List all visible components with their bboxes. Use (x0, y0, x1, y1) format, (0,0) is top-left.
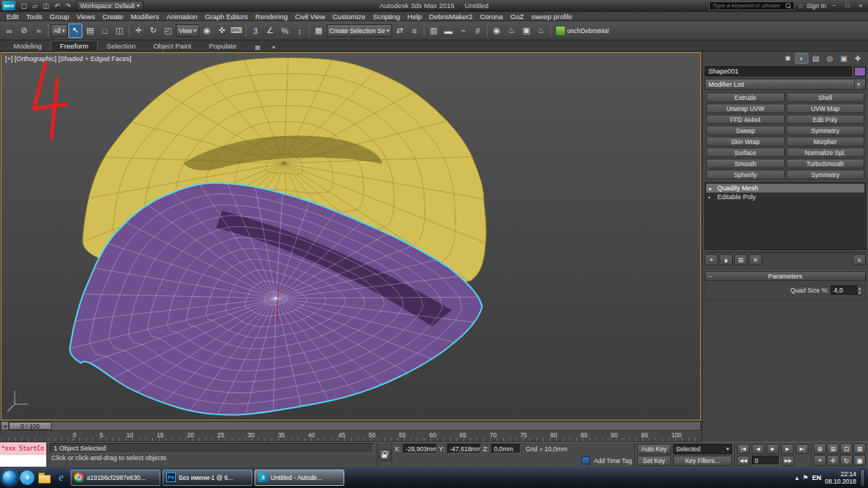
language-indicator[interactable]: EN (812, 474, 822, 481)
modifier-button-skin-wrap[interactable]: Skin Wrap (706, 137, 785, 146)
previous-key-icon[interactable]: ◀◀ (737, 456, 750, 466)
reference-coordinate-dropdown[interactable]: View ▾ (176, 24, 199, 37)
tab-modeling[interactable]: Modeling (4, 41, 51, 51)
modifier-list-dropdown[interactable]: Modifier List ▾ (705, 79, 866, 90)
menu-help[interactable]: Help (404, 12, 426, 21)
zoom-icon[interactable]: ⊕ (814, 443, 826, 454)
named-selection-sets-icon[interactable]: ▦ (312, 24, 326, 38)
time-slider[interactable]: ◂ 0 / 100 (1, 421, 701, 431)
help-search[interactable] (709, 1, 794, 10)
menu-create[interactable]: Create (99, 12, 127, 21)
add-time-tag[interactable]: Add Time Tag (594, 457, 632, 464)
select-and-link-icon[interactable]: ∞ (2, 24, 16, 38)
quad-size-value[interactable]: 4,0 (830, 285, 857, 295)
lock-selection-button[interactable] (379, 449, 391, 461)
next-frame-icon[interactable]: ▶ (781, 444, 794, 454)
unlink-selection-icon[interactable]: ⊘ (17, 24, 31, 38)
x-coordinate-field[interactable]: -29,903mm (403, 444, 437, 453)
collapse-rollout-icon[interactable]: − (708, 273, 712, 280)
menu-goz[interactable]: GoZ (507, 12, 527, 21)
workspace-dropdown[interactable]: Workspace: Default ▾ (77, 1, 143, 10)
show-hidden-icons[interactable]: ▴ (795, 474, 799, 481)
modifier-button-uvw-map[interactable]: UVW Map (786, 104, 865, 113)
launch-debrismaker-button[interactable]: unchDebrisMal (553, 24, 611, 38)
menu-tools[interactable]: Tools (22, 12, 46, 21)
go-to-end-icon[interactable]: ▶| (796, 444, 808, 454)
select-object-icon[interactable]: ↖ (68, 24, 82, 38)
use-pivot-center-icon[interactable]: ◉ (200, 24, 214, 38)
named-selection-set-dropdown[interactable]: Create Selection Se ▾ (327, 24, 392, 37)
select-and-move-icon[interactable]: ✛ (132, 24, 146, 38)
sign-in-button[interactable]: Sign In (807, 2, 826, 10)
tab-freeform[interactable]: Freeform (51, 40, 99, 51)
time-slider-handle[interactable]: 0 / 100 (9, 422, 51, 430)
pan-icon[interactable]: ✛ (827, 455, 839, 466)
rectangular-selection-region-icon[interactable]: □ (98, 24, 112, 38)
tab-object-paint[interactable]: Object Paint (144, 41, 200, 51)
menu-modifiers[interactable]: Modifiers (127, 12, 163, 21)
help-search-input[interactable] (712, 2, 786, 9)
menu-civil-view[interactable]: Civil View (291, 12, 329, 21)
curve-editor-icon[interactable]: ~ (456, 24, 470, 38)
percent-snap-icon[interactable]: % (278, 24, 292, 38)
redo-icon[interactable]: ↷ (63, 1, 74, 10)
ribbon-collapse-icon[interactable]: ▾ (270, 44, 277, 51)
modify-tab-icon[interactable]: ◐ (795, 53, 808, 64)
spin-down-icon[interactable]: ▾ (858, 290, 861, 295)
search-icon[interactable] (786, 3, 791, 9)
play-icon[interactable]: ▶ (766, 444, 779, 454)
spinner-arrows[interactable]: ▴ ▾ (857, 285, 862, 295)
minimize-button[interactable]: − (829, 1, 839, 10)
menu-animation[interactable]: Animation (163, 12, 201, 21)
open-file-icon[interactable]: ▱ (29, 1, 40, 10)
tab-selection[interactable]: Selection (98, 41, 144, 51)
spinner-snap-icon[interactable]: ↕ (293, 24, 307, 38)
layer-manager-icon[interactable]: ▥ (427, 24, 441, 38)
keyboard-shortcut-override-icon[interactable]: ⌨ (230, 24, 243, 38)
align-icon[interactable]: ≡ (408, 24, 421, 38)
quad-size-spinner[interactable]: 4,0 ▴ ▾ (830, 285, 862, 295)
field-of-view-icon[interactable]: ⌖ (814, 455, 826, 466)
select-by-name-icon[interactable]: ▤ (83, 24, 97, 38)
selection-filter-dropdown[interactable]: All ▾ (51, 24, 68, 37)
maximize-button[interactable]: □ (842, 1, 853, 10)
ribbon-toggle-icon[interactable]: ▬ (441, 24, 455, 38)
undo-icon[interactable]: ↶ (51, 1, 63, 10)
taskbar-3dsmax-window[interactable]: 3 Untitled - Autode... (255, 470, 344, 486)
new-scene-icon[interactable]: ▢ (18, 1, 29, 10)
maxscript-mini-listener[interactable]: *xxx StartCo (0, 442, 47, 467)
current-frame-field[interactable]: 0 (752, 456, 780, 465)
stack-item-quadify-mesh[interactable]: ● Quadify Mesh (706, 184, 864, 193)
menu-customize[interactable]: Customize (329, 12, 369, 21)
modifier-button-smooth[interactable]: Smooth (706, 159, 785, 168)
object-name-field[interactable]: Shape001 (705, 66, 852, 76)
pin-stack-icon[interactable]: ⌖ (705, 254, 718, 265)
y-coordinate-field[interactable]: -47,618mm (447, 444, 481, 453)
menu-scripting[interactable]: Scripting (369, 12, 404, 21)
modifier-button-edit-poly[interactable]: Edit Poly (786, 115, 865, 124)
favorites-star-icon[interactable]: ☆ (797, 2, 803, 10)
menu-sweep-profile[interactable]: sweep profile (527, 12, 576, 21)
internet-explorer-icon[interactable]: e (54, 470, 68, 485)
modifier-button-extrude[interactable]: Extrude (706, 93, 785, 102)
time-tag-icon[interactable] (581, 456, 590, 464)
previous-frame-icon[interactable]: ◀ (752, 444, 764, 454)
modifier-button-unwrap-uvw[interactable]: Unwrap UVW (706, 104, 785, 113)
set-key-button[interactable]: Set Key (637, 456, 671, 466)
explorer-folder-icon[interactable] (37, 470, 51, 485)
menu-debrismaker2[interactable]: DebrisMaker2 (425, 12, 476, 21)
telegram-icon[interactable]: ✈ (20, 470, 35, 485)
modifier-button-shell[interactable]: Shell (786, 93, 865, 102)
menu-rendering[interactable]: Rendering (252, 12, 291, 21)
make-unique-icon[interactable]: ⊞ (734, 254, 747, 265)
rendered-frame-window-icon[interactable]: ▣ (519, 24, 533, 38)
angle-snap-icon[interactable]: ∠ (263, 24, 277, 38)
select-and-scale-icon[interactable]: ◰ (161, 24, 175, 38)
close-button[interactable]: × (855, 1, 866, 10)
modifier-button-morpher[interactable]: Morpher (786, 137, 865, 146)
viewport-canvas[interactable] (1, 53, 701, 420)
orbit-icon[interactable]: ↻ (840, 455, 853, 466)
modifier-button-normalize-spline[interactable]: Normalize Spl. (786, 148, 865, 157)
modifier-button-sweep[interactable]: Sweep (706, 126, 785, 135)
menu-views[interactable]: Views (73, 12, 99, 21)
